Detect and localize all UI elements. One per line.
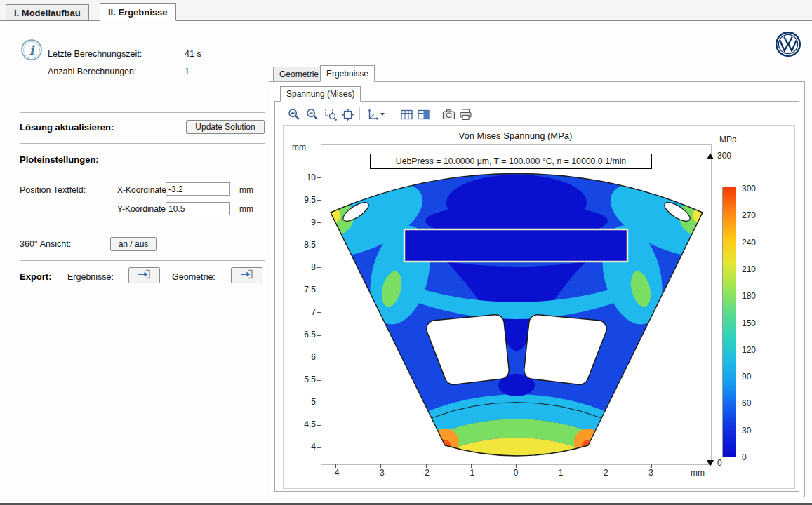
view-orientation-icon[interactable] [365,107,380,121]
print-icon[interactable] [458,107,473,121]
stress-contour-svg [321,145,711,464]
y-tick-label: 5.5 [289,375,316,384]
x-tick-label: 2 [590,468,621,478]
plot-title: Von Mises Spannung (MPa) [321,130,710,141]
y-tick-mark [317,403,321,403]
legend-tick-label: 90 [742,372,751,382]
toolbar-separator [392,107,392,120]
camera-icon[interactable] [441,107,456,121]
tab-ergebnisse-graphics[interactable]: Ergebnisse [320,65,375,82]
tab-spannung-mises[interactable]: Spannung (Mises) [280,86,361,102]
x-tick-mark [426,464,427,468]
export-heading: Export: [20,271,52,282]
triangle-down-icon [707,460,714,466]
vw-logo [775,31,801,60]
y-tick-mark [317,380,321,381]
triangle-up-icon [707,153,714,159]
plot-annotation: UebPress = 10.0000 μm, T = 100.000 °C, n… [370,154,652,169]
legend-unit: MPa [719,135,737,144]
flux-barrier-right [533,323,598,376]
y-axis-unit: mm [292,142,306,152]
y-tick-mark [317,290,321,290]
text-position-label: Position Textfeld: [20,185,86,195]
legend-tick-label: 0 [742,452,747,462]
legend-min-marker: 0 [707,458,722,468]
sidebar-separator [20,112,265,113]
legend-tick-label: 240 [742,238,756,248]
x-tick-label: -4 [320,468,351,478]
x-tick-mark [651,464,652,468]
legend-tick-label: 210 [742,264,756,274]
export-arrow-icon [239,269,255,282]
update-solution-button[interactable]: Update Solution [186,120,265,134]
x-coordinate-label: X-Koordinate: [117,185,168,195]
toolbar-separator [434,107,434,120]
x-tick-mark [561,464,561,468]
y-tick-label: 9 [289,217,316,227]
legend-tick-label: 150 [742,318,756,328]
legend-tick-label: 60 [742,398,751,408]
legend-tick-label: 270 [742,210,756,220]
legend-max-marker: 300 [707,151,731,161]
zoom-in-icon[interactable] [286,107,302,121]
export-geometry-label: Geometrie: [172,272,215,282]
tab-modellaufbau[interactable]: I. Modellaufbau [6,4,89,21]
plot-graphics[interactable]: Von Mises Spannung (MPa) UebPress = 10.0… [283,125,795,489]
legend-tick-label: 300 [742,184,756,194]
legend-max-value: 300 [717,151,731,161]
x-tick-mark [471,464,472,468]
legend-tick-label: 30 [742,426,751,436]
x-coordinate-input[interactable] [166,182,230,196]
legend-min-value: 0 [717,458,722,468]
plot-frame [321,144,712,465]
y-tick-mark [317,267,321,268]
export-results-button[interactable] [128,267,160,283]
x-tick-label: -3 [365,468,396,478]
x-tick-mark [335,464,336,468]
computation-count-value: 1 [185,67,189,76]
y-tick-label: 4.5 [289,419,316,429]
view-360-toggle-button[interactable]: an / aus [110,237,157,251]
tab-geometrie[interactable]: Geometrie [273,67,325,82]
y-tick-label: 8 [289,262,316,272]
last-computation-value: 41 s [185,49,201,59]
info-icon: i [20,39,43,64]
zoom-out-icon[interactable] [305,107,320,121]
x-tick-label: 3 [636,468,667,478]
main-tabbar: I. Modellaufbau II. Ergebnisse [0,0,812,21]
y-tick-label: 5 [289,397,316,407]
grid-icon[interactable] [399,107,414,121]
y-tick-mark [317,335,321,336]
colorbar [722,187,736,457]
view-orientation-dropdown[interactable] [379,107,386,121]
y-tick-label: 6 [289,352,316,362]
zoom-box-icon[interactable] [323,107,338,121]
x-tick-label: -2 [411,468,441,478]
y-coordinate-input[interactable] [166,202,230,215]
zoom-extents-icon[interactable] [340,107,355,121]
y-coordinate-label: Y-Koordinate: [117,204,168,214]
y-tick-mark [317,245,321,245]
tab-ergebnisse[interactable]: II. Ergebnisse [100,3,176,21]
view-360-label: 360° Ansicht: [20,239,71,249]
last-computation-label: Letzte Berechnungszeit: [48,49,142,59]
magnet-slot-rect [404,229,627,262]
y-coordinate-unit: mm [239,204,253,214]
y-tick-mark [317,358,321,358]
y-tick-mark [317,447,321,448]
y-tick-mark [317,177,321,178]
plot-panel: Von Mises Spannung (MPa) UebPress = 10.0… [274,101,799,492]
computation-count-label: Anzahl Berechnungen: [48,67,136,76]
export-results-label: Ergebnisse: [67,272,114,282]
sidebar-separator [20,260,265,261]
x-tick-label: -1 [455,468,486,478]
x-coordinate-unit: mm [239,185,253,195]
export-geometry-button[interactable] [231,267,262,283]
chevron-down-icon [380,113,385,116]
update-solution-label: Lösung aktualisieren: [20,122,114,133]
x-tick-label: 1 [545,468,576,478]
stress-field [321,168,711,464]
split-view-icon[interactable] [415,107,431,121]
x-tick-mark [606,464,606,468]
x-tick-label: 0 [500,468,531,478]
